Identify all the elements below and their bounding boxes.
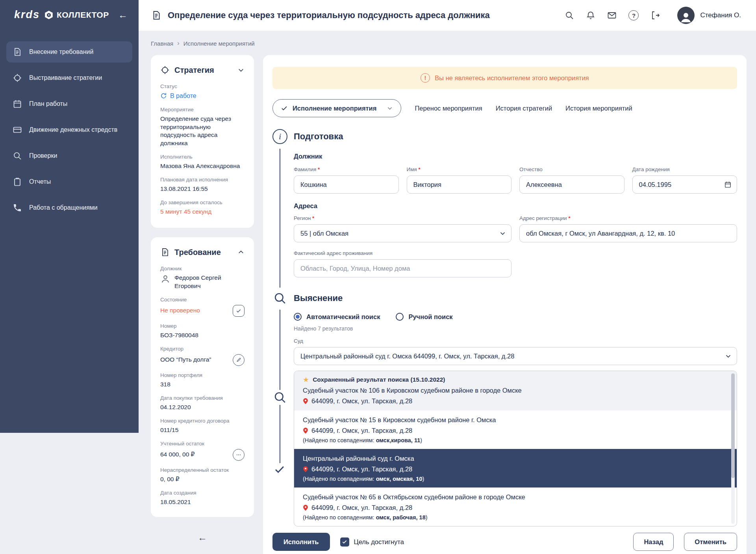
portfolio-label: Номер портфеля <box>160 372 245 378</box>
back-arrow-button[interactable]: ← <box>151 532 254 543</box>
sidebar-item-vnesenie-trebovaniy[interactable]: Внесение требований <box>6 41 132 63</box>
tab-execution-label: Исполнение мероприятия <box>293 105 376 112</box>
user-menu[interactable]: Стефания О. <box>677 7 741 24</box>
credit-card-icon <box>13 125 22 135</box>
star-icon: ★ <box>303 376 309 383</box>
executor-value: Мазова Яна Александровна <box>160 162 245 170</box>
court-result-item[interactable]: Судебный участок № 15 в Кировском судебн… <box>294 410 737 449</box>
remaining-value: 5 минут 45 секунд <box>160 208 245 216</box>
chevron-down-icon <box>499 230 506 237</box>
help-icon[interactable]: ? <box>628 10 639 20</box>
top-bar: Определение суда через территориальную п… <box>139 0 756 31</box>
unallocated-value: 0, 00 ₽ <box>160 475 245 484</box>
strategy-card-title: Стратегия <box>174 66 214 75</box>
radio-icon <box>294 313 302 321</box>
tab-transfer[interactable]: Перенос мероприятия <box>415 105 482 112</box>
court-result-match: (Найдено по совпадениям: омск, омская, 1… <box>303 476 728 482</box>
portfolio-value: 318 <box>160 380 245 389</box>
actual-address-field[interactable] <box>294 259 511 277</box>
verify-check-button[interactable] <box>233 305 245 317</box>
radio-auto-search[interactable]: Автоматический поиск <box>294 313 380 321</box>
radio-auto-label: Автоматический поиск <box>306 313 380 321</box>
registration-address-field[interactable] <box>519 224 737 242</box>
court-select[interactable] <box>294 347 737 365</box>
balance-label: Учтенный остаток <box>160 441 245 447</box>
chevron-up-icon[interactable] <box>237 249 245 256</box>
state-label: Состояние <box>160 297 245 303</box>
balance-value: 64 000, 00 ₽ <box>160 451 195 459</box>
sidebar-item-otchety[interactable]: Отчеты <box>6 171 132 192</box>
court-result-title: Центральный районный суд г. Омска <box>303 454 728 463</box>
surname-field[interactable] <box>294 175 399 194</box>
purchase-date-label: Дата покупки требования <box>160 395 245 401</box>
sidebar-item-vystraivanie-strategii[interactable]: Выстраивание стратегии <box>6 67 132 89</box>
court-result-saved[interactable]: ★ Сохраненный результат поиска (15.10.20… <box>294 371 737 410</box>
sidebar-item-plan-raboty[interactable]: План работы <box>6 93 132 114</box>
radio-manual-search[interactable]: Ручной поиск <box>396 313 452 321</box>
check-step-icon <box>274 463 286 475</box>
sidebar-item-label: План работы <box>29 100 67 107</box>
more-options-button[interactable] <box>233 449 245 461</box>
scrollbar-thumb[interactable] <box>731 373 735 478</box>
court-result-item-selected[interactable]: Центральный районный суд г. Омска 644099… <box>294 449 737 488</box>
unallocated-label: Нераспределенный остаток <box>160 467 245 473</box>
mail-icon[interactable] <box>607 11 617 20</box>
sidebar-collapse-button[interactable]: ← <box>118 10 128 20</box>
region-select[interactable] <box>294 224 511 242</box>
magnifier-icon <box>272 291 287 306</box>
chevron-down-icon[interactable] <box>237 66 245 74</box>
clipboard-icon <box>13 177 22 187</box>
patronymic-label: Отчество <box>519 166 624 172</box>
map-pin-icon <box>303 398 308 404</box>
court-result-item[interactable]: Судебный участок № 65 в Октябрьском суде… <box>294 488 737 526</box>
logo-name-text: КОЛЛЕКТОР <box>57 10 109 20</box>
planned-date-label: Плановая дата исполнения <box>160 177 245 183</box>
event-value: Определение суда через территориальную п… <box>160 115 245 148</box>
tab-event-history[interactable]: История мероприятий <box>565 105 632 112</box>
name-label: Имя <box>407 166 512 172</box>
logo: krds КОЛЛЕКТОР ← <box>0 9 139 21</box>
cube-icon <box>44 10 54 20</box>
registration-address-label: Адрес регистрации <box>519 215 737 221</box>
chevron-right-icon: › <box>177 39 180 47</box>
tab-execution-dropdown[interactable]: Исполнение мероприятия <box>272 99 401 117</box>
file-text-icon <box>13 47 22 57</box>
breadcrumb-current: Исполнение мероприятий <box>183 40 255 47</box>
requirement-card-title: Требование <box>174 248 221 257</box>
sidebar-item-proverki[interactable]: Проверки <box>6 145 132 166</box>
chevron-down-icon <box>725 353 732 360</box>
cancel-button[interactable]: Отменить <box>684 533 737 551</box>
birthdate-field[interactable] <box>632 175 737 194</box>
breadcrumb-home[interactable]: Главная <box>151 40 173 47</box>
info-icon: i <box>272 129 287 144</box>
content-area: Главная › Исполнение мероприятий Стратег… <box>139 31 756 554</box>
sidebar-item-obrashcheniya[interactable]: Работа с обращениями <box>6 197 132 218</box>
search-icon[interactable] <box>565 11 574 20</box>
strategy-card: Стратегия Статус В работе <box>151 55 254 228</box>
bell-icon[interactable] <box>586 11 595 20</box>
requirement-card: Требование Должник Федоров Сергей Егоров… <box>151 237 254 517</box>
execute-button[interactable]: Исполнить <box>272 533 330 551</box>
sidebar-item-label: Внесение требований <box>29 48 93 55</box>
patronymic-field[interactable] <box>519 175 624 194</box>
name-field[interactable] <box>407 175 512 194</box>
tabs-row: Исполнение мероприятия Перенос мероприят… <box>272 99 737 117</box>
court-result-address: 644099, г. Омск, ул. Тарская, д.28 <box>311 504 412 512</box>
logout-icon[interactable] <box>650 11 660 20</box>
page-title: Определение суда через территориальную п… <box>168 10 490 20</box>
sidebar-item-dvizhenie-sredstv[interactable]: Движение денежных стредств <box>6 119 132 140</box>
page-title-doc-icon <box>151 10 161 20</box>
goal-checkbox[interactable]: Цель достигнута <box>340 537 404 547</box>
back-button[interactable]: Назад <box>633 533 674 551</box>
debtor-label: Должник <box>160 266 245 271</box>
crosshair-icon <box>13 73 22 83</box>
court-result-match: (Найдено по совпадениям: омск, рабочая, … <box>303 514 728 521</box>
investigation-title: Выяснение <box>294 293 343 303</box>
debtor-group-title: Должник <box>294 153 737 160</box>
main-panel: ! Вы не являетесь исполнителем этого мер… <box>263 55 747 554</box>
edit-pencil-button[interactable] <box>233 354 245 366</box>
tab-strategy-history[interactable]: История стратегий <box>496 105 552 112</box>
contract-number-label: Номер кредитного договора <box>160 418 245 424</box>
calendar-icon[interactable] <box>724 181 732 188</box>
court-label: Суд <box>294 338 737 344</box>
